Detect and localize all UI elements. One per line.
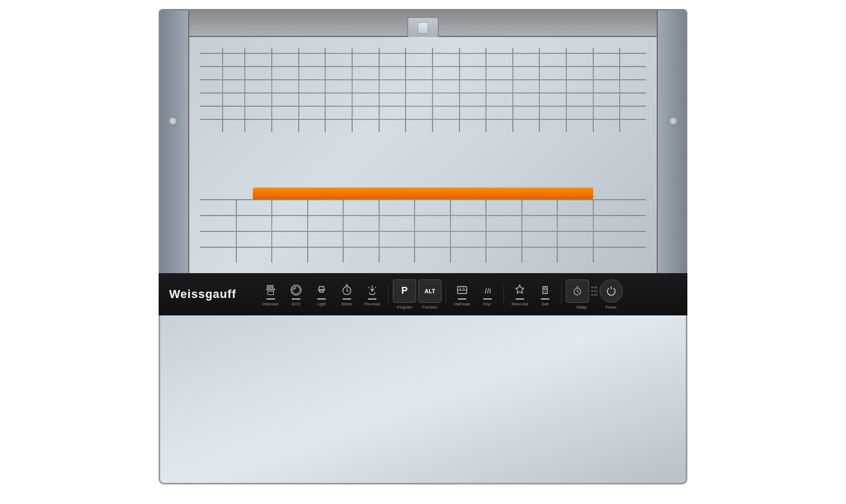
eco-led — [292, 298, 300, 300]
orange-bar — [253, 188, 593, 199]
control-panel: Weissgauff Intensive — [159, 273, 687, 315]
rinse-aid-led — [516, 298, 524, 300]
upper-rack — [200, 48, 646, 132]
delay-label: Delay — [576, 305, 586, 310]
light-label: Light — [317, 302, 326, 306]
delay-options: ● 3h ● 6h ● 9h — [591, 286, 597, 296]
light-control[interactable]: Light — [310, 281, 333, 309]
divider-1 — [388, 284, 389, 305]
dry-plus-label: Dry+ — [483, 302, 492, 306]
salt-led — [541, 298, 549, 300]
salt-control[interactable]: Salt — [534, 281, 557, 309]
program-button-wrapper[interactable]: P Program — [393, 279, 416, 310]
delay-button-wrapper[interactable]: ● 3h ● 6h ● 9h Delay — [566, 279, 597, 310]
hinge-left — [168, 116, 178, 126]
intensive-control[interactable]: Intensive — [259, 281, 282, 309]
power-label: Power — [605, 305, 617, 310]
brand-label: Weissgauff — [169, 287, 243, 301]
pre-rinse-label: Pre-rinse — [364, 302, 380, 306]
60min-label: 60min — [342, 302, 352, 306]
pre-rinse-icon — [364, 283, 381, 297]
divider-4 — [561, 284, 562, 305]
dishwasher-interior — [159, 9, 687, 273]
pre-rinse-led — [368, 298, 376, 300]
intensive-icon — [262, 283, 279, 297]
function-button-label: ALT — [425, 288, 436, 294]
light-icon — [313, 283, 330, 297]
function-button[interactable]: ALT — [418, 279, 442, 303]
pre-rinse-control[interactable]: Pre-rinse — [361, 281, 384, 309]
controls-row: Intensive ECO — [259, 279, 677, 310]
program-label: Program — [397, 305, 412, 310]
dispenser-handle — [418, 22, 428, 34]
dry-plus-control[interactable]: Dry+ — [476, 281, 499, 309]
dry-plus-led — [483, 298, 492, 300]
60min-icon — [338, 283, 355, 297]
eco-icon — [288, 283, 305, 297]
half-load-label: Half load — [454, 302, 470, 306]
program-button-label: P — [401, 285, 408, 296]
lower-rack — [200, 199, 646, 263]
intensive-led — [266, 298, 275, 300]
power-button-wrapper[interactable]: Power — [600, 279, 623, 310]
salt-icon — [537, 283, 554, 297]
interior-chamber — [189, 37, 657, 273]
delay-button[interactable] — [566, 279, 589, 303]
60min-led — [343, 298, 351, 300]
rinse-aid-label: Rinse Aid — [511, 302, 528, 306]
light-led — [317, 298, 326, 300]
hinge-right — [668, 116, 678, 126]
divider-2 — [446, 284, 446, 305]
rinse-aid-icon — [511, 283, 528, 297]
half-load-led — [458, 298, 466, 300]
detergent-dispenser — [407, 17, 439, 38]
half-load-control[interactable]: Half load — [450, 281, 474, 309]
dishwasher: Weissgauff Intensive — [132, 9, 714, 495]
dry-plus-icon — [479, 283, 496, 297]
program-button[interactable]: P — [393, 279, 416, 303]
door-lower — [159, 315, 687, 484]
divider-3 — [503, 284, 504, 305]
intensive-label: Intensive — [263, 302, 279, 306]
function-label: Function — [422, 305, 438, 310]
eco-control[interactable]: ECO — [284, 281, 308, 309]
rinse-aid-control[interactable]: Rinse Aid — [508, 281, 531, 309]
60min-control[interactable]: 60min — [335, 281, 358, 309]
left-wall — [160, 11, 189, 273]
right-wall — [657, 11, 686, 273]
eco-label: ECO — [292, 302, 300, 306]
power-button[interactable] — [600, 279, 623, 303]
half-load-icon — [454, 283, 471, 297]
function-button-wrapper[interactable]: ALT Function — [418, 279, 442, 310]
salt-label: Salt — [542, 302, 549, 306]
